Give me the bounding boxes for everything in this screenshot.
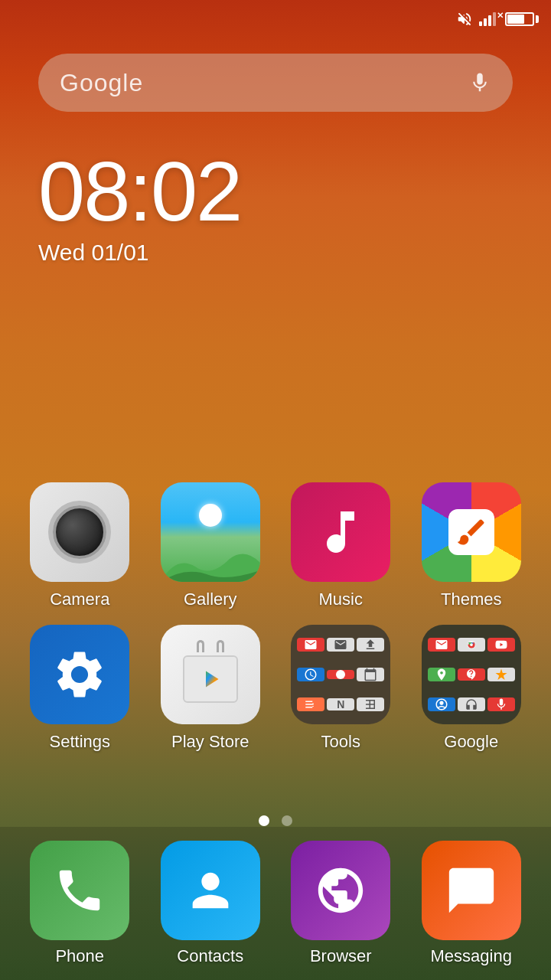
clock-section: 08:02 Wed 01/01 [38,149,241,266]
paintbrush-icon [455,515,488,549]
status-bar: ✕ [0,0,551,38]
music-label: Music [319,590,363,609]
messaging-icon [422,841,521,940]
clock-time: 08:02 [38,149,241,234]
battery-indicator [505,12,539,26]
gear-icon [51,646,108,703]
music-icon [291,482,390,582]
dock-messaging[interactable]: Messaging [410,841,533,966]
browser-label: Browser [310,946,372,966]
app-themes[interactable]: Themes [410,482,533,609]
gallery-label: Gallery [184,590,237,609]
gallery-hills [161,540,260,582]
google-label: Google [444,732,498,752]
page-dots [0,815,551,826]
mic-icon[interactable] [468,71,491,94]
app-grid: Camera Gallery Music Th [0,482,551,752]
music-note-icon [313,505,368,560]
browser-icon [291,841,390,940]
app-gallery[interactable]: Gallery [149,482,272,609]
camera-lens [53,505,106,559]
tools-folder-icon: N [291,625,390,724]
app-camera[interactable]: Camera [18,482,142,609]
search-text: Google [60,69,143,97]
gallery-sun [199,504,222,527]
search-bar[interactable]: Google [38,54,513,112]
mute-icon [456,11,473,28]
gallery-icon [161,482,260,582]
svg-point-1 [470,643,473,646]
google-folder-icon [422,625,521,724]
dock: Phone Contacts Browser Messaging [0,827,551,980]
app-settings[interactable]: Settings [18,625,142,752]
tools-label: Tools [321,732,360,752]
phone-label: Phone [55,946,104,966]
signal-icon: ✕ [479,12,496,26]
settings-label: Settings [50,732,111,752]
page-dot-active[interactable] [259,815,269,826]
dock-phone[interactable]: Phone [18,841,142,966]
app-music[interactable]: Music [279,482,403,609]
page-dot-inactive[interactable] [282,815,292,826]
playstore-label: Play Store [171,732,249,752]
phone-icon [30,841,129,940]
playstore-icon [161,625,260,724]
app-playstore[interactable]: Play Store [149,625,272,752]
app-tools[interactable]: N Tools [279,625,403,752]
messaging-label: Messaging [431,946,512,966]
themes-icon [422,482,521,582]
dock-browser[interactable]: Browser [279,841,403,966]
app-google[interactable]: Google [410,625,533,752]
camera-icon [30,482,129,582]
dock-contacts[interactable]: Contacts [149,841,272,966]
contacts-label: Contacts [177,946,243,966]
contacts-icon [161,841,260,940]
themes-label: Themes [441,590,501,609]
play-triangle-icon [197,665,224,693]
camera-label: Camera [50,590,109,609]
clock-date: Wed 01/01 [38,240,241,266]
settings-icon [30,625,129,724]
